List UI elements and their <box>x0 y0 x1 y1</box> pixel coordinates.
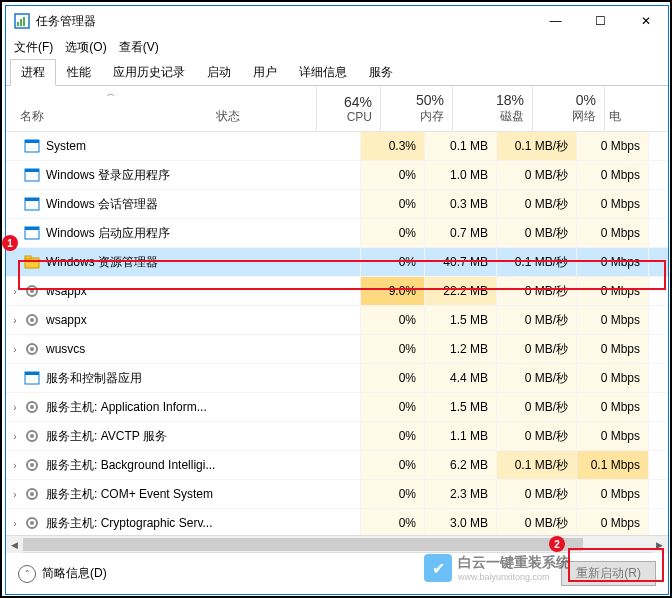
cell-cpu: 0% <box>360 393 424 421</box>
menu-file[interactable]: 文件(F) <box>14 39 53 56</box>
process-name: 服务主机: Background Intelligi... <box>46 457 360 474</box>
cell-memory: 1.5 MB <box>424 306 496 334</box>
table-row[interactable]: Windows 登录应用程序0%1.0 MB0 MB/秒0 Mbps <box>6 161 668 190</box>
tab-services[interactable]: 服务 <box>358 59 404 86</box>
header-memory[interactable]: 50% 内存 <box>380 86 452 131</box>
annotation-marker-2: 2 <box>549 536 565 552</box>
svg-point-27 <box>30 463 34 467</box>
process-name: 服务和控制器应用 <box>46 370 360 387</box>
table-row[interactable]: Windows 会话管理器0%0.3 MB0 MB/秒0 Mbps <box>6 190 668 219</box>
table-row[interactable]: ›服务主机: Application Inform...0%1.5 MB0 MB… <box>6 393 668 422</box>
scroll-right-icon[interactable]: ▶ <box>651 536 668 553</box>
svg-rect-5 <box>25 140 39 143</box>
expand-icon[interactable]: › <box>6 431 24 442</box>
table-row[interactable]: 服务和控制器应用0%4.4 MB0 MB/秒0 Mbps <box>6 364 668 393</box>
cell-network: 0 Mbps <box>576 509 648 535</box>
cell-end <box>648 422 668 450</box>
cell-memory: 0.7 MB <box>424 219 496 247</box>
fewer-details-button[interactable]: ˄ 简略信息(D) <box>18 565 107 583</box>
cell-network: 0 Mbps <box>576 364 648 392</box>
header-status[interactable]: 状态 <box>216 86 316 131</box>
cell-end <box>648 132 668 160</box>
expand-icon[interactable]: › <box>6 518 24 529</box>
process-icon <box>24 457 40 473</box>
header-power[interactable]: 电 <box>604 86 624 131</box>
minimize-button[interactable]: — <box>533 6 578 36</box>
tab-bar: 进程 性能 应用历史记录 启动 用户 详细信息 服务 <box>6 58 668 86</box>
tab-processes[interactable]: 进程 <box>10 59 56 86</box>
cell-cpu: 0% <box>360 335 424 363</box>
cell-network: 0 Mbps <box>576 132 648 160</box>
process-name: 服务主机: Cryptographic Serv... <box>46 515 360 532</box>
expand-icon[interactable]: › <box>6 344 24 355</box>
cell-network: 0 Mbps <box>576 190 648 218</box>
table-row[interactable]: System0.3%0.1 MB0.1 MB/秒0 Mbps <box>6 132 668 161</box>
cell-network: 0.1 Mbps <box>576 451 648 479</box>
expand-icon[interactable]: › <box>6 286 24 297</box>
process-icon <box>24 138 40 154</box>
cell-network: 0 Mbps <box>576 393 648 421</box>
cell-memory: 6.2 MB <box>424 451 496 479</box>
expand-icon[interactable]: › <box>6 489 24 500</box>
cell-end <box>648 161 668 189</box>
cell-disk: 0 MB/秒 <box>496 277 576 305</box>
process-icon <box>24 254 40 270</box>
cell-cpu: 0% <box>360 364 424 392</box>
restart-button[interactable]: 重新启动(R) <box>561 561 656 586</box>
column-headers: ︿ 名称 状态 64% CPU 50% 内存 18% 磁盘 0% 网络 电 <box>6 86 668 132</box>
tab-app-history[interactable]: 应用历史记录 <box>102 59 196 86</box>
expand-icon[interactable]: › <box>6 460 24 471</box>
header-network[interactable]: 0% 网络 <box>532 86 604 131</box>
svg-rect-21 <box>25 372 39 375</box>
process-icon <box>24 515 40 531</box>
collapse-icon: ˄ <box>18 565 36 583</box>
process-name: 服务主机: AVCTP 服务 <box>46 428 360 445</box>
menu-bar: 文件(F) 选项(O) 查看(V) <box>6 36 668 58</box>
table-row[interactable]: ›wsappx0%1.5 MB0 MB/秒0 Mbps <box>6 306 668 335</box>
maximize-button[interactable]: ☐ <box>578 6 623 36</box>
expand-icon[interactable]: › <box>6 402 24 413</box>
table-row[interactable]: ›服务主机: AVCTP 服务0%1.1 MB0 MB/秒0 Mbps <box>6 422 668 451</box>
header-disk[interactable]: 18% 磁盘 <box>452 86 532 131</box>
cell-end <box>648 509 668 535</box>
horizontal-scrollbar[interactable]: ◀ ▶ <box>6 535 668 552</box>
process-name: Windows 登录应用程序 <box>46 167 360 184</box>
menu-view[interactable]: 查看(V) <box>119 39 159 56</box>
tab-details[interactable]: 详细信息 <box>288 59 358 86</box>
svg-rect-2 <box>20 19 22 26</box>
table-row[interactable]: ›wsappx9.0%22.2 MB0 MB/秒0 Mbps <box>6 277 668 306</box>
process-list: System0.3%0.1 MB0.1 MB/秒0 MbpsWindows 登录… <box>6 132 668 535</box>
svg-rect-1 <box>17 22 19 26</box>
tab-users[interactable]: 用户 <box>242 59 288 86</box>
cell-memory: 1.1 MB <box>424 422 496 450</box>
process-icon <box>24 428 40 444</box>
cell-end <box>648 364 668 392</box>
tab-performance[interactable]: 性能 <box>56 59 102 86</box>
table-row[interactable]: ›wusvcs0%1.2 MB0 MB/秒0 Mbps <box>6 335 668 364</box>
cell-network: 0 Mbps <box>576 306 648 334</box>
process-icon <box>24 167 40 183</box>
table-row[interactable]: ›服务主机: Cryptographic Serv...0%3.0 MB0 MB… <box>6 509 668 535</box>
cell-disk: 0.1 MB/秒 <box>496 132 576 160</box>
menu-options[interactable]: 选项(O) <box>65 39 106 56</box>
expand-icon[interactable]: › <box>6 315 24 326</box>
table-row[interactable]: Windows 启动应用程序0%0.7 MB0 MB/秒0 Mbps <box>6 219 668 248</box>
scroll-thumb[interactable] <box>23 538 583 551</box>
header-cpu[interactable]: 64% CPU <box>316 86 380 131</box>
cell-disk: 0 MB/秒 <box>496 509 576 535</box>
table-row[interactable]: Windows 资源管理器0%40.7 MB0.1 MB/秒0 Mbps <box>6 248 668 277</box>
svg-rect-11 <box>25 227 39 230</box>
process-name: Windows 资源管理器 <box>46 254 360 271</box>
svg-point-15 <box>30 289 34 293</box>
cell-disk: 0 MB/秒 <box>496 480 576 508</box>
window-title: 任务管理器 <box>36 13 533 30</box>
process-name: wsappx <box>46 284 360 298</box>
table-row[interactable]: ›服务主机: COM+ Event System0%2.3 MB0 MB/秒0 … <box>6 480 668 509</box>
close-button[interactable]: ✕ <box>623 6 668 36</box>
cell-memory: 3.0 MB <box>424 509 496 535</box>
tab-startup[interactable]: 启动 <box>196 59 242 86</box>
table-row[interactable]: ›服务主机: Background Intelligi...0%6.2 MB0.… <box>6 451 668 480</box>
process-name: 服务主机: Application Inform... <box>46 399 360 416</box>
header-name[interactable]: ︿ 名称 <box>6 86 216 131</box>
scroll-left-icon[interactable]: ◀ <box>6 536 23 553</box>
